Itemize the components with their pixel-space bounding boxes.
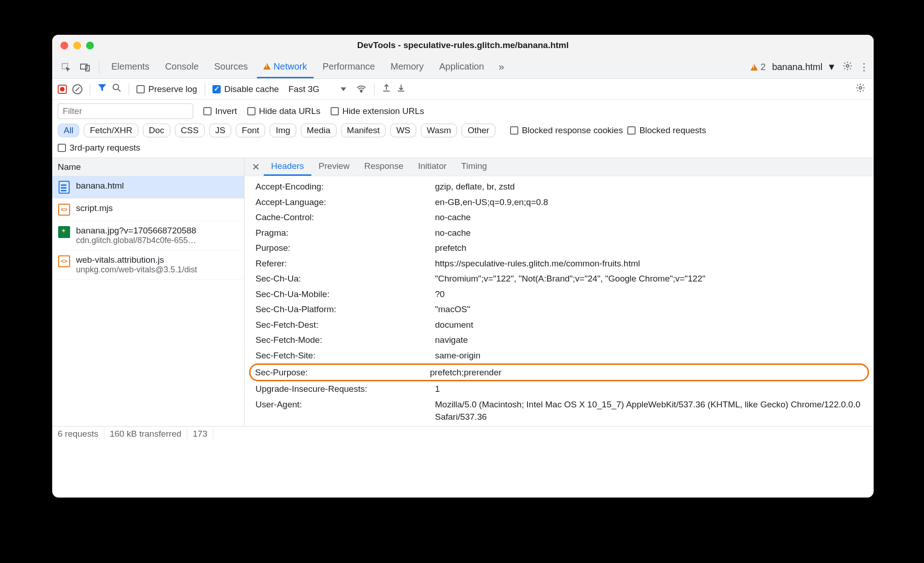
header-value: https://speculative-rules.glitch.me/comm…	[435, 257, 874, 270]
record-button[interactable]	[58, 85, 67, 94]
pill-doc[interactable]: Doc	[143, 124, 170, 137]
script-icon: <>	[58, 203, 71, 216]
header-name: Sec-Ch-Ua-Mobile:	[255, 288, 424, 301]
image-icon	[58, 226, 71, 238]
header-row: Sec-Ch-Ua-Platform:"macOS"	[245, 302, 874, 317]
header-name: Upgrade-Insecure-Requests:	[255, 383, 424, 395]
document-icon	[58, 181, 71, 194]
request-list[interactable]: banana.html<>script.mjsbanana.jpg?v=1705…	[52, 176, 244, 426]
separator	[99, 61, 99, 74]
pill-img[interactable]: Img	[270, 124, 296, 137]
target-selector[interactable]: banana.html ▼	[772, 62, 836, 72]
header-value: ?0	[435, 288, 874, 301]
header-row: Pragma:no-cache	[245, 225, 874, 241]
pill-ws[interactable]: WS	[390, 124, 416, 137]
disable-cache-checkbox[interactable]: Disable cache	[212, 84, 279, 94]
main-tabbar: Elements Console Sources Network Perform…	[52, 56, 874, 79]
more-tabs-icon[interactable]: »	[493, 59, 510, 76]
separator	[205, 83, 205, 95]
pill-js[interactable]: JS	[209, 124, 231, 137]
network-settings-icon[interactable]	[855, 83, 868, 95]
detail-tabs: ✕ Headers Preview Response Initiator Tim…	[245, 158, 874, 176]
third-party-label: 3rd-party requests	[70, 143, 140, 153]
request-row[interactable]: <>web-vitals.attribution.jsunpkg.com/web…	[52, 250, 244, 280]
header-name: Sec-Fetch-Site:	[255, 349, 424, 362]
request-row[interactable]: banana.html	[52, 176, 244, 199]
blocked-cookies-checkbox[interactable]: Blocked response cookies	[510, 125, 623, 135]
tab-console[interactable]: Console	[158, 56, 205, 78]
status-transferred: 160 kB transferred	[104, 427, 187, 441]
detail-panel: ✕ Headers Preview Response Initiator Tim…	[245, 158, 874, 426]
import-har-icon[interactable]	[397, 83, 406, 95]
kebab-menu-icon[interactable]: ⋮	[859, 61, 868, 73]
invert-checkbox[interactable]: Invert	[203, 106, 237, 116]
svg-point-3	[846, 65, 849, 67]
resource-type-pills: All Fetch/XHR Doc CSS JS Font Img Media …	[58, 124, 868, 137]
hide-extension-urls-checkbox[interactable]: Hide extension URLs	[331, 106, 424, 116]
pill-css[interactable]: CSS	[175, 124, 205, 137]
tab-memory[interactable]: Memory	[384, 56, 430, 78]
header-name: Accept-Encoding:	[255, 180, 424, 193]
device-toolbar-icon[interactable]	[77, 59, 93, 76]
request-row[interactable]: banana.jpg?v=1705668720588cdn.glitch.glo…	[52, 221, 244, 250]
detail-tab-headers[interactable]: Headers	[264, 158, 311, 176]
header-row: Sec-Ch-Ua-Mobile:?0	[245, 287, 874, 302]
header-name: Referer:	[255, 257, 424, 270]
preserve-log-checkbox[interactable]: Preserve log	[136, 84, 197, 94]
pill-font[interactable]: Font	[236, 124, 265, 137]
search-icon[interactable]	[112, 83, 121, 95]
inspect-element-icon[interactable]	[58, 59, 74, 76]
detail-tab-initiator[interactable]: Initiator	[411, 158, 454, 176]
pill-manifest[interactable]: Manifest	[341, 124, 386, 137]
pill-wasm[interactable]: Wasm	[421, 124, 457, 137]
header-name: Sec-Ch-Ua-Platform:	[255, 303, 424, 316]
network-conditions-icon[interactable]	[356, 83, 367, 95]
status-requests: 6 requests	[52, 427, 104, 441]
name-column-header[interactable]: Name	[52, 158, 244, 176]
pill-media[interactable]: Media	[301, 124, 337, 137]
tabbar-right: 2 banana.html ▼ ⋮	[750, 61, 868, 73]
tab-application[interactable]: Application	[433, 56, 490, 78]
settings-gear-icon[interactable]	[842, 61, 853, 73]
warning-counter[interactable]: 2	[750, 62, 766, 72]
header-value: no-cache	[435, 227, 874, 239]
pill-all[interactable]: All	[58, 124, 79, 137]
header-value: no-cache	[435, 211, 874, 224]
tab-performance[interactable]: Performance	[316, 56, 382, 78]
invert-label: Invert	[215, 106, 237, 116]
pill-fetch-xhr[interactable]: Fetch/XHR	[84, 124, 138, 137]
close-panel-button[interactable]: ✕	[248, 159, 264, 175]
minimize-window-button[interactable]	[73, 42, 81, 49]
clear-button[interactable]	[72, 84, 82, 94]
throttle-select[interactable]: Fast 3G	[284, 82, 350, 96]
status-resources: 173	[187, 427, 213, 441]
blocked-requests-checkbox[interactable]: Blocked requests	[627, 125, 706, 135]
zoom-window-button[interactable]	[86, 42, 94, 49]
detail-tab-preview[interactable]: Preview	[311, 158, 357, 176]
export-har-icon[interactable]	[382, 83, 391, 95]
blocked-cookies-label: Blocked response cookies	[522, 125, 623, 135]
tab-network[interactable]: Network	[257, 56, 313, 78]
pill-other[interactable]: Other	[462, 124, 495, 137]
close-window-button[interactable]	[60, 42, 68, 49]
header-name: Pragma:	[255, 227, 424, 239]
filter-input[interactable]	[58, 103, 193, 119]
blocked-requests-label: Blocked requests	[639, 125, 706, 135]
window-title: DevTools - speculative-rules.glitch.me/b…	[52, 40, 874, 50]
hide-data-urls-checkbox[interactable]: Hide data URLs	[247, 106, 321, 116]
request-row[interactable]: <>script.mjs	[52, 199, 244, 221]
detail-tab-timing[interactable]: Timing	[454, 158, 494, 176]
header-value: gzip, deflate, br, zstd	[435, 180, 874, 193]
detail-tab-response[interactable]: Response	[357, 158, 411, 176]
filter-bar: Invert Hide data URLs Hide extension URL…	[52, 100, 874, 158]
filter-toggle-icon[interactable]	[98, 84, 107, 94]
tab-sources[interactable]: Sources	[208, 56, 254, 78]
header-value: 1	[435, 383, 874, 395]
request-domain: cdn.glitch.global/87b4c0fe-655…	[76, 236, 196, 245]
tab-network-label: Network	[273, 61, 307, 72]
header-name: Sec-Fetch-Mode:	[255, 334, 424, 346]
header-name: User-Agent:	[255, 398, 424, 423]
third-party-checkbox[interactable]: 3rd-party requests	[58, 143, 140, 153]
tab-elements[interactable]: Elements	[105, 56, 156, 78]
headers-pane[interactable]: Accept-Encoding:gzip, deflate, br, zstdA…	[245, 176, 874, 426]
